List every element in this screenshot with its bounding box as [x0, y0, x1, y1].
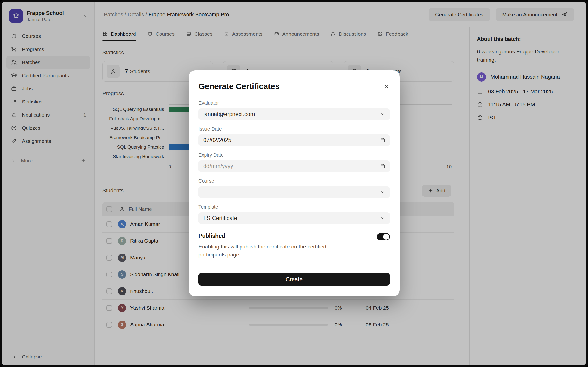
field-label: Course: [198, 178, 390, 184]
course-field: Course: [198, 178, 390, 198]
chevron-down-icon[interactable]: [380, 111, 385, 117]
field-value: jannat@erpnext.com: [203, 111, 255, 118]
close-icon[interactable]: [383, 83, 390, 90]
field-label: Template: [198, 204, 390, 210]
published-description: Enabling this will publish the certifica…: [198, 243, 335, 259]
field-label: Evaluator: [198, 100, 390, 106]
expiry-date-input[interactable]: dd/mm/yyyy: [198, 160, 390, 172]
calendar-icon[interactable]: [380, 163, 385, 169]
field-placeholder: dd/mm/yyyy: [203, 163, 233, 170]
field-value: 07/02/2025: [203, 137, 231, 144]
toggle-knob: [383, 234, 389, 240]
calendar-icon[interactable]: [380, 137, 385, 143]
published-text: Published Enabling this will publish the…: [198, 233, 335, 259]
published-toggle[interactable]: [377, 233, 390, 240]
course-select[interactable]: [198, 186, 390, 198]
field-label: Expiry Date: [198, 152, 390, 158]
issue-date-field: Issue Date07/02/2025: [198, 126, 390, 146]
chevron-down-icon[interactable]: [380, 215, 385, 221]
field-value: FS Certificate: [203, 215, 237, 222]
dialog-fields: Evaluatorjannat@erpnext.comIssue Date07/…: [198, 100, 390, 224]
field-label: Issue Date: [198, 126, 390, 132]
generate-certificates-dialog: Generate Certificates Evaluatorjannat@er…: [189, 70, 400, 296]
expiry-date-field: Expiry Datedd/mm/yyyy: [198, 152, 390, 172]
template-select[interactable]: FS Certificate: [198, 212, 390, 224]
template-field: TemplateFS Certificate: [198, 204, 390, 224]
evaluator-select[interactable]: jannat@erpnext.com: [198, 108, 390, 120]
dialog-title: Generate Certificates: [198, 82, 280, 91]
create-button[interactable]: Create: [198, 273, 390, 286]
dialog-header: Generate Certificates: [198, 82, 390, 91]
published-row: Published Enabling this will publish the…: [198, 233, 390, 259]
evaluator-field: Evaluatorjannat@erpnext.com: [198, 100, 390, 120]
app-window: Frappe School Jannat Patel CoursesProgra…: [0, 0, 588, 367]
published-label: Published: [198, 233, 335, 239]
chevron-down-icon[interactable]: [380, 189, 385, 195]
issue-date-input[interactable]: 07/02/2025: [198, 134, 390, 146]
